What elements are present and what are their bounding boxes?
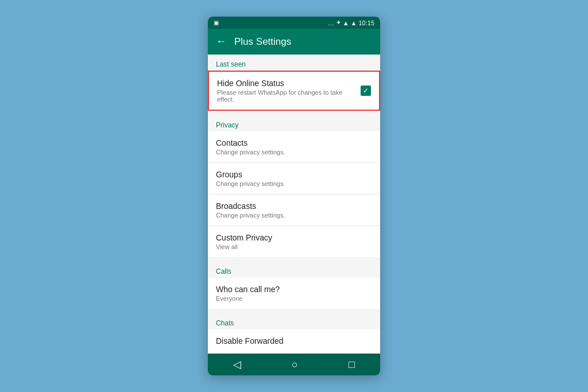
contacts-subtitle: Change privacy settings.	[216, 149, 372, 156]
hide-online-status-text: Hide Online Status Please restart WhatsA…	[217, 79, 361, 103]
page-title: Plus Settings	[234, 36, 291, 48]
groups-item[interactable]: Groups Change privacy settings.	[208, 163, 380, 195]
hide-online-status-highlighted: Hide Online Status Please restart WhatsA…	[208, 71, 380, 111]
nav-back-button[interactable]: ◁	[233, 358, 241, 371]
custom-privacy-subtitle: View all	[216, 243, 372, 250]
disable-forwarded-text: Disable Forwarded	[216, 336, 372, 347]
section-privacy-header: Privacy	[208, 115, 380, 131]
status-bar-icon: ▣	[214, 20, 219, 26]
status-bar-right: … ✦ ▲ ▲ 10:15	[328, 19, 374, 26]
nav-recents-button[interactable]: □	[349, 359, 355, 371]
status-dots: …	[328, 20, 334, 26]
calls-group: Who can call me? Everyone	[208, 278, 380, 309]
section-last-seen-header: Last seen	[208, 55, 380, 71]
nav-bar: ◁ ○ □	[208, 354, 380, 375]
broadcasts-title: Broadcasts	[216, 201, 372, 211]
broadcasts-item[interactable]: Broadcasts Change privacy settings.	[208, 195, 380, 226]
phone-container: ▣ … ✦ ▲ ▲ 10:15 ← Plus Settings Last see…	[208, 17, 380, 375]
custom-privacy-item[interactable]: Custom Privacy View all	[208, 226, 380, 257]
hide-online-status-title: Hide Online Status	[217, 79, 361, 88]
status-bar: ▣ … ✦ ▲ ▲ 10:15	[208, 17, 380, 29]
chats-group: Disable Forwarded	[208, 329, 380, 354]
section-calls-header: Calls	[208, 262, 380, 278]
hide-online-status-subtitle: Please restart WhatsApp for changes to t…	[217, 89, 361, 103]
broadcasts-text: Broadcasts Change privacy settings.	[216, 201, 372, 219]
contacts-text: Contacts Change privacy settings.	[216, 138, 372, 156]
privacy-group: Contacts Change privacy settings. Groups…	[208, 131, 380, 257]
disable-forwarded-title: Disable Forwarded	[216, 336, 372, 346]
divider-2	[208, 257, 380, 262]
who-can-call-text: Who can call me? Everyone	[216, 285, 372, 302]
disable-forwarded-item[interactable]: Disable Forwarded	[208, 329, 380, 354]
settings-content: Last seen Hide Online Status Please rest…	[208, 55, 380, 354]
who-can-call-title: Who can call me?	[216, 285, 372, 294]
time-display: 10:15	[358, 20, 374, 26]
hide-online-status-item[interactable]: Hide Online Status Please restart WhatsA…	[209, 72, 379, 110]
contacts-item[interactable]: Contacts Change privacy settings.	[208, 131, 380, 163]
app-header: ← Plus Settings	[208, 29, 380, 55]
custom-privacy-title: Custom Privacy	[216, 233, 372, 242]
divider-1	[208, 111, 380, 115]
contacts-title: Contacts	[216, 138, 372, 148]
bluetooth-icon: ✦	[336, 19, 341, 26]
custom-privacy-text: Custom Privacy View all	[216, 233, 372, 250]
groups-text: Groups Change privacy settings.	[216, 170, 372, 187]
wifi-icon: ▲	[343, 20, 349, 26]
signal-icon: ▲	[351, 20, 357, 26]
back-button[interactable]: ←	[216, 36, 226, 48]
who-can-call-subtitle: Everyone	[216, 295, 372, 302]
who-can-call-item[interactable]: Who can call me? Everyone	[208, 278, 380, 309]
nav-home-button[interactable]: ○	[292, 359, 298, 371]
groups-title: Groups	[216, 170, 372, 179]
divider-3	[208, 309, 380, 313]
groups-subtitle: Change privacy settings.	[216, 180, 372, 187]
hide-online-status-checkbox[interactable]: ✓	[361, 86, 371, 96]
section-chats-header: Chats	[208, 313, 380, 329]
broadcasts-subtitle: Change privacy settings.	[216, 212, 372, 219]
